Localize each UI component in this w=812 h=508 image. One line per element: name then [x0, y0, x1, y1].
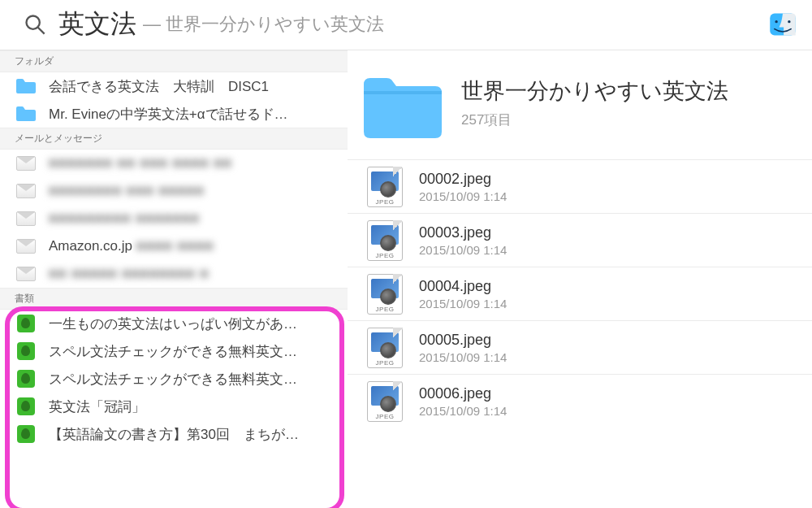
result-label: Amazon.co.jp ■■■■ ■■■■: [49, 238, 214, 254]
mail-result-row[interactable]: Amazon.co.jp ■■■■ ■■■■: [0, 232, 348, 260]
file-list: JPEG00002.jpeg2015/10/09 1:14JPEG00003.j…: [348, 159, 812, 428]
jpeg-file-icon: JPEG: [367, 381, 403, 422]
result-label: ■■■■■■■■■ ■■■■■■■: [49, 211, 200, 227]
folder-header: 世界一分かりやすい英文法 257項目: [348, 70, 812, 159]
search-icon: [21, 11, 49, 38]
file-row[interactable]: JPEG00003.jpeg2015/10/09 1:14: [348, 213, 812, 267]
file-date: 2015/10/09 1:14: [419, 350, 507, 364]
document-result-row[interactable]: 英文法「冠詞」: [0, 393, 348, 420]
folder-icon: [15, 76, 37, 96]
preview-pane: 世界一分かりやすい英文法 257項目 JPEG00002.jpeg2015/10…: [348, 50, 812, 508]
envelope-icon: [15, 209, 37, 228]
evernote-icon: [15, 369, 37, 389]
file-date: 2015/10/09 1:14: [419, 243, 507, 257]
section-header: メールとメッセージ: [0, 128, 348, 150]
result-label: 会話できる英文法 大特訓 DISC1: [49, 77, 269, 96]
jpeg-file-icon: JPEG: [367, 167, 403, 207]
file-row[interactable]: JPEG00005.jpeg2015/10/09 1:14: [348, 320, 812, 374]
svg-point-3: [775, 20, 777, 22]
envelope-icon: [15, 181, 37, 201]
file-date: 2015/10/09 1:14: [419, 189, 507, 203]
mail-result-row[interactable]: ■■■■■■■■ ■■■ ■■■■■: [0, 177, 348, 205]
jpeg-file-icon: JPEG: [367, 328, 403, 368]
finder-icon: [768, 10, 797, 39]
jpeg-file-icon: JPEG: [367, 274, 403, 315]
mail-result-row[interactable]: ■■■■■■■ ■■ ■■■ ■■■■ ■■: [0, 150, 348, 177]
file-name: 00003.jpeg: [419, 224, 507, 241]
envelope-icon: [15, 264, 37, 284]
evernote-icon: [15, 314, 37, 333]
search-header: 英文法 — 世界一分かりやすい英文法: [0, 0, 812, 50]
folder-result-row[interactable]: 会話できる英文法 大特訓 DISC1: [0, 72, 348, 100]
result-label: スペル文法チェックができる無料英文…: [49, 342, 297, 361]
section-header: フォルダ: [0, 50, 348, 72]
folder-title: 世界一分かりやすい英文法: [461, 70, 728, 106]
result-label: ■■■■■■■ ■■ ■■■ ■■■■ ■■: [49, 155, 232, 172]
results-sidebar: フォルダ会話できる英文法 大特訓 DISC1Mr. Evineの中学英文法+αで…: [0, 50, 348, 508]
file-date: 2015/10/09 1:14: [419, 297, 507, 310]
svg-point-4: [788, 20, 790, 22]
result-label: ■■■■■■■■ ■■■ ■■■■■: [49, 183, 205, 199]
evernote-icon: [15, 341, 37, 361]
mail-result-row[interactable]: ■■■■■■■■■ ■■■■■■■: [0, 205, 348, 232]
file-row[interactable]: JPEG00006.jpeg2015/10/09 1:14: [348, 374, 812, 428]
file-name: 00004.jpeg: [419, 278, 507, 295]
file-name: 00005.jpeg: [419, 332, 507, 349]
evernote-icon: [15, 397, 37, 416]
result-label: Mr. Evineの中学英文法+αで話せるド…: [49, 105, 288, 124]
search-query-text[interactable]: 英文法: [58, 7, 136, 42]
svg-line-1: [38, 27, 45, 33]
search-context-text: — 世界一分かりやすい英文法: [143, 12, 384, 37]
result-label: スペル文法チェックができる無料英文…: [49, 370, 297, 389]
result-label: 【英語論文の書き方】第30回 まちが…: [49, 425, 299, 444]
result-label: ■■ ■■■■■ ■■■■■■■■ ■: [49, 266, 209, 282]
result-label: 英文法「冠詞」: [49, 397, 145, 416]
document-result-row[interactable]: スペル文法チェックができる無料英文…: [0, 365, 348, 393]
jpeg-file-icon: JPEG: [367, 220, 403, 261]
file-date: 2015/10/09 1:14: [419, 404, 507, 418]
document-result-row[interactable]: スペル文法チェックができる無料英文…: [0, 337, 348, 365]
folder-icon-large: [359, 70, 447, 141]
file-row[interactable]: JPEG00002.jpeg2015/10/09 1:14: [348, 159, 812, 213]
folder-result-row[interactable]: Mr. Evineの中学英文法+αで話せるド…: [0, 100, 348, 128]
section-header: 書類: [0, 288, 348, 310]
file-row[interactable]: JPEG00004.jpeg2015/10/09 1:14: [348, 267, 812, 320]
folder-item-count: 257項目: [461, 111, 728, 129]
document-result-row[interactable]: 【英語論文の書き方】第30回 まちが…: [0, 420, 348, 448]
file-name: 00002.jpeg: [419, 171, 507, 188]
evernote-icon: [15, 424, 37, 444]
envelope-icon: [15, 154, 37, 173]
file-name: 00006.jpeg: [419, 385, 507, 402]
mail-result-row[interactable]: ■■ ■■■■■ ■■■■■■■■ ■: [0, 260, 348, 288]
envelope-icon: [15, 237, 37, 256]
result-label: 一生ものの英文法はいっぱい例文があ…: [49, 315, 297, 333]
folder-icon: [15, 104, 37, 124]
svg-point-0: [27, 15, 40, 28]
document-result-row[interactable]: 一生ものの英文法はいっぱい例文があ…: [0, 310, 348, 337]
